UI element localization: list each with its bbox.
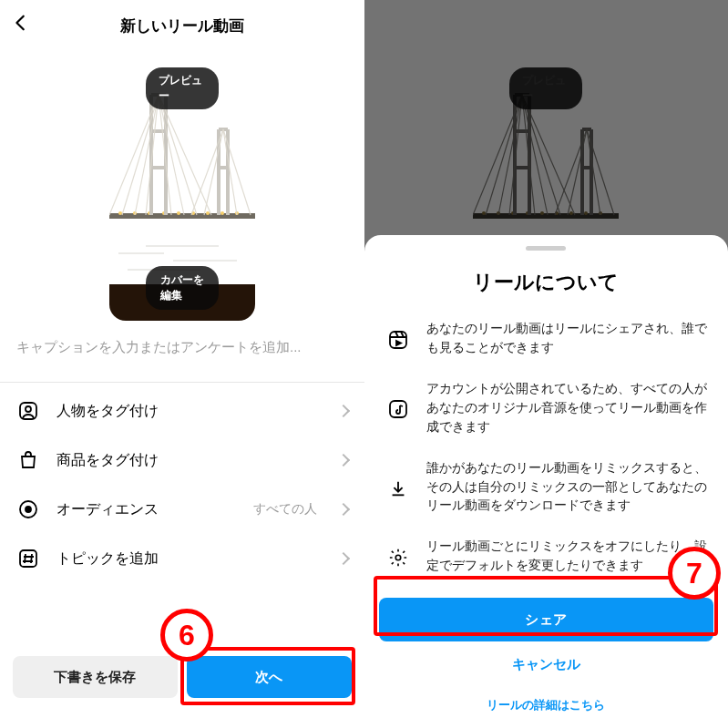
download-icon: [386, 461, 410, 517]
cancel-button[interactable]: キャンセル: [364, 656, 729, 673]
audience-value: すべての人: [253, 501, 317, 518]
chevron-right-icon: [336, 552, 349, 565]
caption-input[interactable]: キャプションを入力またはアンケートを追加...: [0, 321, 364, 356]
page-title: 新しいリール動画: [120, 15, 244, 36]
annotation-badge-7: 7: [668, 547, 721, 600]
screen-left: 新しいリール動画 プレビュー カバーを編集 キャプションを入力またはアンケートを…: [0, 0, 364, 718]
hashtag-icon: [16, 547, 40, 570]
svg-point-20: [26, 507, 31, 512]
row-tag-products[interactable]: 商品をタグ付け: [0, 436, 364, 485]
bottom-button-bar: 下書きを保存 次へ: [0, 656, 364, 698]
preview-badge[interactable]: プレビュー: [146, 67, 219, 109]
header: 新しいリール動画: [364, 0, 729, 51]
info-row-1: あなたのリール動画はリールにシェアされ、誰でも見ることができます: [364, 309, 729, 369]
screen-right: 新しいリール動画 プレビュー リールについて あなたのリール動画はリールにシェア…: [364, 0, 729, 718]
save-draft-button[interactable]: 下書きを保存: [13, 656, 178, 698]
next-button[interactable]: 次へ: [187, 656, 352, 698]
music-note-icon: [386, 382, 410, 437]
sheet-title: リールについて: [364, 269, 729, 296]
annotation-badge-6: 6: [160, 609, 213, 662]
edit-cover-button[interactable]: カバーを編集: [146, 266, 219, 310]
bottom-sheet: リールについて あなたのリール動画はリールにシェアされ、誰でも見ることができます…: [364, 235, 729, 718]
sheet-grabber[interactable]: [526, 246, 566, 251]
row-audience[interactable]: オーディエンス すべての人: [0, 485, 364, 534]
reels-icon: [386, 322, 410, 358]
chevron-right-icon: [336, 405, 349, 417]
info-row-3: 誰かがあなたのリール動画をリミックスすると、その人は自分のリミックスの一部として…: [364, 448, 729, 528]
row-tag-people[interactable]: 人物をタグ付け: [0, 386, 364, 436]
svg-point-18: [26, 406, 31, 412]
chevron-right-icon: [336, 454, 349, 467]
info-row-2: アカウントが公開されているため、すべての人があなたのオリジナル音源を使ってリール…: [364, 369, 729, 448]
svg-rect-17: [20, 403, 36, 419]
row-label: オーディエンス: [56, 500, 237, 519]
svg-point-24: [395, 556, 401, 561]
preview-badge: プレビュー: [509, 67, 582, 109]
shopping-bag-icon: [16, 448, 40, 472]
svg-rect-23: [390, 401, 406, 417]
svg-rect-21: [20, 550, 36, 567]
preview-thumbnail[interactable]: プレビュー カバーを編集: [109, 58, 255, 321]
gear-icon: [386, 539, 410, 576]
row-topic[interactable]: トピックを追加: [0, 534, 364, 583]
share-button[interactable]: シェア: [379, 598, 714, 641]
svg-rect-22: [390, 332, 406, 348]
row-label: 人物をタグ付け: [56, 402, 323, 421]
page-title: 新しいリール動画: [484, 15, 608, 36]
chevron-right-icon: [336, 503, 349, 516]
row-label: トピックを追加: [56, 549, 323, 569]
person-icon: [16, 399, 40, 423]
header: 新しいリール動画: [0, 0, 364, 51]
eye-icon: [16, 497, 40, 521]
divider: [0, 382, 364, 383]
reels-more-link[interactable]: リールの詳細はこちら: [364, 697, 729, 713]
row-label: 商品をタグ付け: [56, 451, 323, 470]
back-button[interactable]: [11, 13, 31, 36]
